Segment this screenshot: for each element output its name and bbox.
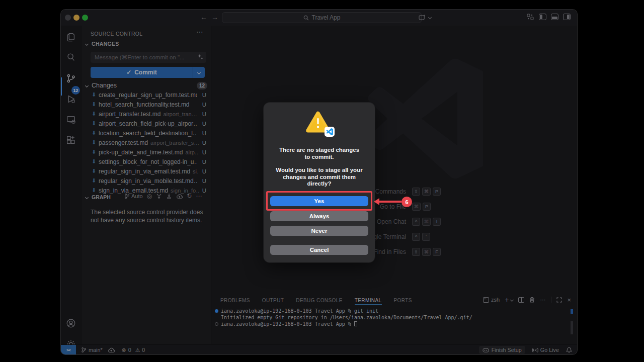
dialog-message-secondary: Would you like to stage all your changes… (264, 167, 375, 188)
cancel-button[interactable]: Cancel (270, 245, 368, 255)
vscode-logo-badge (325, 127, 335, 137)
vscode-window: ← → Travel App (60, 9, 578, 355)
desktop: ← → Travel App (0, 0, 644, 362)
annotation-highlight-box (266, 191, 372, 211)
always-button[interactable]: Always (270, 211, 368, 221)
warning-icon (305, 111, 334, 137)
stage-changes-dialog: There are no staged changes to commit. W… (264, 103, 375, 262)
annotation-arrow-line (379, 201, 401, 203)
never-button[interactable]: Never (270, 226, 368, 236)
dialog-message-primary: There are no staged changes to commit. (264, 147, 375, 160)
annotation-step-badge: 6 (401, 197, 412, 207)
annotation-arrow-head (374, 198, 379, 205)
